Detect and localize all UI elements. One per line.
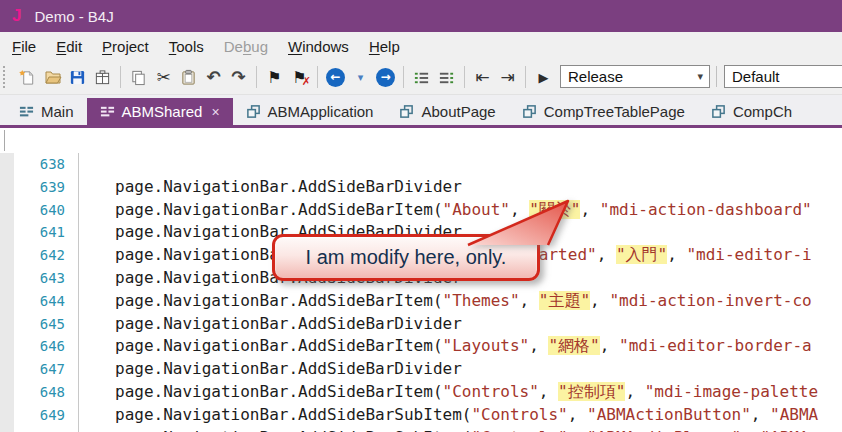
- code-text: ,: [741, 428, 760, 432]
- comment-icon[interactable]: [409, 64, 434, 90]
- b4j-ide-window: J Demo - B4J FileEditProjectToolsDebugWi…: [0, 0, 842, 432]
- menu-windows[interactable]: Windows: [278, 34, 359, 59]
- code-line[interactable]: page.NavigationBar.AddSideBarItem("Contr…: [79, 381, 842, 404]
- menu-project[interactable]: Project: [92, 34, 159, 59]
- code-text: ,: [568, 428, 587, 432]
- toolbar-separator: [403, 66, 404, 88]
- tab-abmshared[interactable]: ABMShared×: [87, 98, 233, 125]
- code-area[interactable]: page.NavigationBar.AddSideBarDividerpage…: [79, 153, 842, 432]
- build-configuration-select[interactable]: Release ▾: [560, 65, 710, 88]
- code-line[interactable]: [79, 153, 842, 176]
- outdent-icon[interactable]: ⇤: [470, 64, 495, 90]
- menu-file[interactable]: File: [2, 34, 46, 59]
- navigate-forward-button[interactable]: →: [373, 64, 398, 90]
- string-literal: "mdi-editor-i: [686, 245, 811, 264]
- code-text: page.NavigationBar.AddSideBarDivider: [115, 177, 462, 196]
- line-number: 647: [14, 358, 78, 381]
- string-literal: "ABMActionButton": [587, 405, 751, 424]
- code-text: ,: [597, 245, 616, 264]
- tab-comptreetablepage[interactable]: CompTreeTablePage: [509, 98, 698, 125]
- toolbar-separator: [464, 66, 465, 88]
- class-icon: [399, 104, 414, 119]
- code-line[interactable]: page.NavigationBar.AddSideBarSubItem("Co…: [79, 427, 842, 432]
- editor-margin: [0, 153, 14, 432]
- menu-debug[interactable]: Debug: [214, 34, 278, 59]
- uncomment-icon[interactable]: [434, 64, 459, 90]
- menu-edit[interactable]: Edit: [46, 34, 92, 59]
- tab-label: CompCh: [733, 103, 792, 120]
- run-button[interactable]: ▶: [531, 64, 556, 90]
- indent-icon[interactable]: ⇥: [495, 64, 520, 90]
- new-file-icon[interactable]: [15, 64, 40, 90]
- tab-label: Main: [41, 103, 74, 120]
- toolbar-grip[interactable]: [3, 66, 11, 88]
- tab-main[interactable]: Main: [6, 98, 87, 125]
- menu-tools[interactable]: Tools: [159, 34, 214, 59]
- code-line[interactable]: page.NavigationBar.AddSideBarItem("About…: [79, 199, 842, 222]
- search-highlight: "控制項": [558, 382, 625, 401]
- string-literal: "ABMA: [770, 405, 818, 424]
- code-text: ,: [625, 382, 644, 401]
- bookmark-clear-icon[interactable]: ⚑✗: [287, 64, 312, 90]
- bookmark-icon[interactable]: ⚑: [262, 64, 287, 90]
- code-text: page.NavigationBar.AddSideBarSubItem(: [115, 405, 471, 424]
- code-line[interactable]: page.NavigationBar.AddSideBarItem("Theme…: [79, 290, 842, 313]
- toolbar-separator: [120, 66, 121, 88]
- tab-aboutpage[interactable]: AboutPage: [386, 98, 508, 125]
- tab-label: CompTreeTablePage: [544, 103, 685, 120]
- cut-icon[interactable]: ✂: [151, 64, 176, 90]
- line-number: 644: [14, 290, 78, 313]
- module-icon: [100, 104, 115, 119]
- tab-close-icon[interactable]: ×: [211, 104, 219, 120]
- undo-icon[interactable]: ↶: [201, 64, 226, 90]
- search-highlight: "網格": [548, 336, 599, 355]
- search-highlight: "關於": [529, 200, 580, 219]
- line-number-gutter: 638639640641642643644645646647648649650: [14, 153, 78, 432]
- string-literal: "ABMAudioPlayer": [587, 428, 741, 432]
- code-line[interactable]: page.NavigationBar.AddSideBarDivider: [79, 313, 842, 336]
- redo-icon[interactable]: ↷: [226, 64, 251, 90]
- code-line[interactable]: page.NavigationBar.AddSideBarDivider: [79, 358, 842, 381]
- tab-label: ABMApplication: [268, 103, 374, 120]
- b4j-logo-icon: J: [12, 6, 21, 26]
- code-line[interactable]: page.NavigationBar.AddSideBarDivider: [79, 176, 842, 199]
- code-text: ,: [539, 382, 558, 401]
- title-bar: J Demo - B4J: [0, 0, 842, 32]
- code-line[interactable]: page.NavigationBar.AddSideBarItem("Layou…: [79, 335, 842, 358]
- code-text: page.NavigationBar.AddSideBarDivider: [115, 314, 462, 333]
- toolbar: ✂↶↷⚑⚑✗←▾→⇤⇥▶↳↷↶■↻ Release ▾ Default: [0, 60, 842, 95]
- editor-content[interactable]: 638639640641642643644645646647648649650 …: [0, 153, 842, 432]
- tab-abmapplication[interactable]: ABMApplication: [233, 98, 387, 125]
- line-number: 640: [14, 199, 78, 222]
- code-text: ,: [580, 200, 599, 219]
- string-literal: "Controls": [443, 382, 539, 401]
- tab-label: ABMShared: [122, 103, 203, 120]
- open-file-icon[interactable]: [40, 64, 65, 90]
- code-text: page.NavigationBar.AddSideBarItem(: [115, 336, 443, 355]
- navigate-back-button[interactable]: ←: [323, 64, 348, 90]
- search-highlight: "主題": [539, 291, 590, 310]
- string-literal: "ABMA: [760, 428, 808, 432]
- string-literal: "mdi-image-palette: [645, 382, 818, 401]
- string-literal: "mdi-action-dashboard": [600, 200, 812, 219]
- copy-icon[interactable]: [126, 64, 151, 90]
- string-literal: "Themes": [443, 291, 520, 310]
- code-text: ,: [751, 405, 770, 424]
- package-icon[interactable]: [90, 64, 115, 90]
- line-number: 638: [14, 153, 78, 176]
- editor-top-band-tick: [4, 130, 5, 151]
- profile-select[interactable]: Default: [724, 65, 842, 88]
- menu-help[interactable]: Help: [359, 34, 410, 59]
- search-highlight: "入門": [616, 245, 667, 264]
- code-text: ,: [510, 200, 529, 219]
- nav-history-caret[interactable]: ▾: [348, 64, 373, 90]
- tab-compch[interactable]: CompCh: [698, 98, 805, 125]
- line-number: 641: [14, 221, 78, 244]
- window-title: Demo - B4J: [34, 8, 113, 25]
- paste-icon[interactable]: [176, 64, 201, 90]
- menu-bar: FileEditProjectToolsDebugWindowsHelp: [0, 32, 842, 60]
- save-icon[interactable]: [65, 64, 90, 90]
- code-line[interactable]: page.NavigationBar.AddSideBarSubItem("Co…: [79, 404, 842, 427]
- annotation-callout-text: I am modify here, only.: [306, 246, 507, 269]
- code-editor[interactable]: 638639640641642643644645646647648649650 …: [0, 128, 842, 432]
